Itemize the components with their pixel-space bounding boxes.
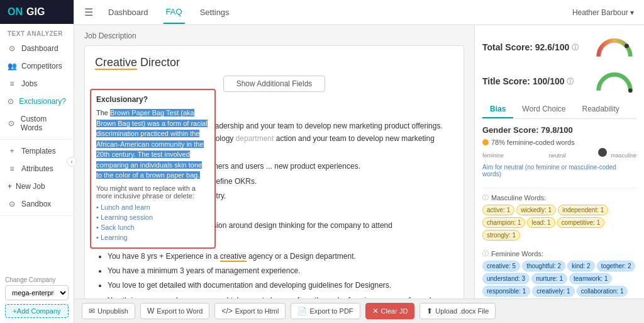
total-score-section: Total Score: 92.6/100 ⓘ — [482, 33, 636, 59]
m-tag-1: wickedly: 1 — [516, 205, 556, 215]
popup-replace-text: You might want to replace with a more in… — [96, 184, 209, 200]
f-tag-5: nurture: 1 — [531, 273, 567, 284]
upload-icon: ⬆ — [426, 307, 433, 315]
svg-point-0 — [625, 44, 629, 48]
sidebar-item-competitors[interactable]: 👥Competitors — [0, 57, 74, 75]
popup-suggestion-1[interactable]: Lunch and learn — [96, 202, 209, 212]
clear-jd-icon: ✕ — [372, 307, 379, 315]
right-panel: Total Score: 92.6/100 ⓘ — [474, 25, 644, 298]
title-score-info-icon[interactable]: ⓘ — [567, 77, 574, 86]
jd-apply-list: You have 8 yrs + Experience in a creativ… — [108, 250, 453, 298]
logo-on: ON — [8, 6, 23, 18]
sidebar-divider-2 — [0, 215, 74, 216]
sidebar-item-sandbox[interactable]: ⊙Sandbox — [0, 195, 74, 213]
content-area: Job Description Creative Director Exclus… — [74, 25, 644, 298]
m-tag-4: lead: 1 — [527, 217, 555, 228]
jd-title-creative: Creative — [95, 56, 137, 70]
dashboard-icon: ⊙ — [8, 44, 16, 53]
masculine-info-icon: ⓘ — [482, 193, 489, 202]
jd-title-director: Director — [137, 56, 180, 69]
title-score-section: Title Score: 100/100 ⓘ — [482, 67, 636, 93]
new-job-icon: + — [8, 182, 12, 191]
feminine-label-text: Feminine Words: — [491, 250, 543, 258]
sidebar-collapse-button[interactable]: ‹ — [67, 157, 77, 167]
menu-icon[interactable]: ☰ — [84, 6, 93, 18]
sidebar-item-jobs[interactable]: ≡Jobs — [0, 75, 74, 93]
sidebar-item-custom-words[interactable]: ⊙Custom Words — [0, 110, 74, 137]
tab-word-choice[interactable]: Word Choice — [514, 101, 573, 118]
masculine-words-section: ⓘ Masculine Words: active: 1 wickedly: 1… — [482, 193, 636, 244]
attributes-icon: ≡ — [8, 164, 16, 173]
nav-settings[interactable]: Settings — [197, 1, 232, 23]
m-tag-2: independent: 1 — [558, 205, 608, 215]
f-tag-4: understand: 3 — [482, 273, 530, 284]
masculine-label-text: Masculine Words: — [491, 194, 546, 201]
upload-docx-button[interactable]: ⬆Upload .docx File — [419, 303, 496, 319]
title-score-row: Title Score: 100/100 ⓘ — [482, 69, 636, 93]
sidebar-item-attributes[interactable]: ≡Attributes — [0, 160, 74, 178]
total-score-title: Total Score: 92.6/100 ⓘ — [482, 42, 579, 52]
section-divider-1 — [482, 188, 636, 188]
jd-header-label: Job Description — [84, 31, 464, 40]
gender-score: Gender Score: 79.8/100 — [482, 125, 636, 135]
sidebar-bottom: Change Company mega-enterprises +Add Com… — [0, 271, 74, 323]
total-score-info-icon[interactable]: ⓘ — [572, 43, 579, 52]
jd-apply-4: You thrive as a people manager and take … — [108, 294, 453, 298]
sidebar-logo: ONGIG — [0, 0, 74, 24]
m-tag-5: competitive: 1 — [557, 217, 605, 228]
popup-suggestion-3[interactable]: Sack lunch — [96, 222, 209, 232]
sidebar-item-templates[interactable]: +Templates — [0, 142, 74, 160]
tab-readability[interactable]: Readability — [575, 101, 627, 118]
export-html-button[interactable]: </>Export to Html — [214, 303, 286, 319]
popup-title: Exclusionary? — [96, 95, 209, 104]
sidebar-item-new-job[interactable]: +New Job — [0, 178, 74, 195]
popup-text-normal: The — [96, 109, 110, 116]
export-pdf-button[interactable]: 📄Export to PDF — [291, 303, 360, 319]
masculine-words-label: ⓘ Masculine Words: — [482, 193, 636, 202]
bottom-toolbar: ✉Unpublish WExport to Word </>Export to … — [74, 298, 644, 323]
text-analyzer-label: TEXT ANALYZER — [0, 24, 74, 40]
m-tag-3: champion: 1 — [482, 217, 525, 228]
additional-fields-button[interactable]: Show Additional Fields — [223, 76, 326, 92]
company-select[interactable]: mega-enterprises — [5, 285, 69, 300]
bias-ratio: 78% feminine-coded words — [482, 139, 636, 146]
competitors-icon: 👥 — [8, 62, 16, 71]
sidebar-item-dashboard[interactable]: ⊙Dashboard — [0, 40, 74, 57]
export-word-icon: W — [147, 307, 154, 315]
exclusionary-popup: Exclusionary? The Brown Paper Bag Test (… — [90, 89, 216, 249]
jd-apply-3: You love to get detailed with documentat… — [108, 279, 453, 292]
exclusionary-icon: ⊙ — [8, 97, 14, 106]
nav-dashboard[interactable]: Dashboard — [106, 1, 151, 23]
m-tag-0: active: 1 — [482, 205, 514, 215]
jd-title: Creative Director — [95, 56, 453, 69]
gender-bar-marker — [598, 148, 607, 157]
logo-gig: GIG — [26, 6, 45, 18]
popup-suggestion-4[interactable]: Learning — [96, 232, 209, 242]
nav-faq[interactable]: FAQ — [164, 1, 185, 24]
export-word-button[interactable]: WExport to Word — [140, 303, 210, 319]
sandbox-icon: ⊙ — [8, 200, 16, 208]
sidebar: ONGIG TEXT ANALYZER ⊙Dashboard 👥Competit… — [0, 0, 74, 323]
f-tag-1: thoughtful: 2 — [522, 261, 565, 271]
add-company-button[interactable]: +Add Company — [5, 304, 69, 318]
f-tag-9: collaboration: 1 — [577, 286, 628, 297]
user-menu[interactable]: Heather Barbour ▾ — [572, 8, 634, 17]
feminine-words-section: ⓘ Feminine Words: creative: 5 thoughtful… — [482, 249, 636, 298]
f-tag-2: kind: 2 — [567, 261, 594, 271]
jd-apply-2: You have a minimum 3 years of management… — [108, 264, 453, 277]
m-tag-6: strongly: 1 — [482, 230, 520, 241]
popup-body: The Brown Paper Bag Test (aka Brown Bag … — [96, 108, 209, 181]
bias-dot — [482, 139, 489, 145]
title-score-value: Title Score: 100/100 — [482, 76, 564, 86]
clear-jd-button[interactable]: ✕Clear JD — [365, 303, 415, 319]
sidebar-item-exclusionary[interactable]: ⊙Exclusionary? — [0, 93, 74, 110]
f-tag-6: teamwork: 1 — [569, 273, 612, 284]
total-score-row: Total Score: 92.6/100 ⓘ — [482, 35, 636, 59]
unpublish-button[interactable]: ✉Unpublish — [82, 303, 135, 319]
tab-bias[interactable]: Bias — [482, 101, 513, 118]
svg-point-1 — [628, 88, 633, 93]
f-tag-3: together: 2 — [597, 261, 636, 271]
popup-suggestion-2[interactable]: Learning session — [96, 212, 209, 222]
jd-apply-1: You have 8 yrs + Experience in a creativ… — [108, 250, 453, 263]
bias-ratio-text: 78% feminine-coded words — [491, 139, 575, 146]
